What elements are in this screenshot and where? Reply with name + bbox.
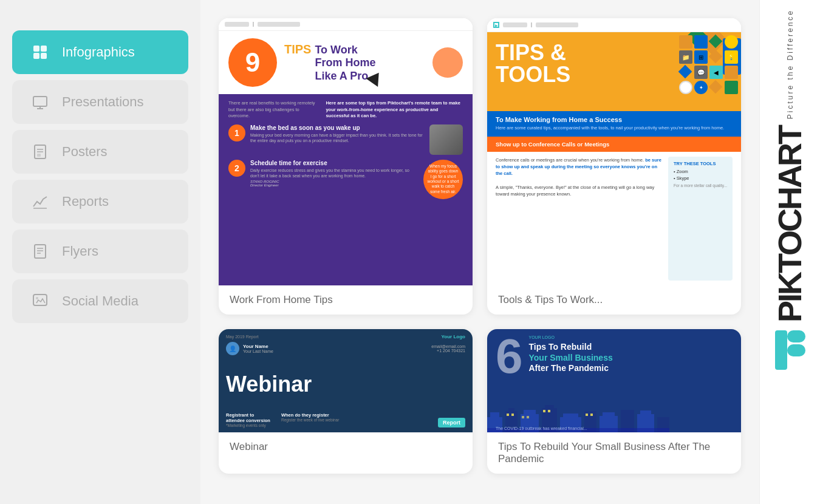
- svg-rect-38: [548, 410, 550, 412]
- brand-column: Picture the Difference PIKTOCHART: [759, 0, 820, 504]
- sidebar-reports-label: Reports: [62, 194, 109, 209]
- svg-rect-10: [37, 154, 41, 157]
- svg-rect-16: [33, 295, 47, 305]
- brand-tagline: Picture the Difference: [786, 9, 794, 119]
- sidebar-presentations-label: Presentations: [62, 94, 144, 110]
- main-content: 9 TIPS To WorkFrom HomeLike A Pro: [200, 0, 759, 504]
- svg-rect-46: [787, 344, 805, 356]
- sidebar-item-infographics[interactable]: Infographics: [12, 30, 188, 74]
- rebuild-label: Tips To Rebuild Your Small Business Afte…: [498, 441, 710, 465]
- sidebar-item-presentations[interactable]: Presentations: [12, 80, 188, 124]
- flyers-icon: [29, 240, 51, 262]
- wfh-preview-area: 9 TIPS To WorkFrom HomeLike A Pro: [219, 18, 473, 285]
- reports-icon: [29, 191, 51, 213]
- sidebar-flyers-label: Flyers: [62, 243, 98, 259]
- presentations-icon: [29, 91, 51, 113]
- templates-grid: 9 TIPS To WorkFrom HomeLike A Pro: [219, 18, 741, 474]
- sidebar: Infographics Presentations Posters: [0, 0, 200, 504]
- svg-rect-42: [590, 414, 593, 416]
- brand-logo-text: PIKTOCHART: [775, 126, 805, 322]
- social-media-icon: [29, 290, 51, 312]
- webinar-label: Webinar: [230, 441, 268, 452]
- tools-preview-area: ▶: [487, 18, 741, 285]
- sidebar-posters-label: Posters: [62, 144, 108, 160]
- svg-rect-0: [33, 46, 39, 52]
- wfh-label: Work From Home Tips: [230, 294, 333, 305]
- svg-rect-44: [775, 330, 787, 370]
- webinar-preview-area: May 2019 Report Your Logo 👤 Your Name Yo…: [219, 329, 473, 432]
- tools-label: Tools & Tips To Work...: [498, 294, 603, 305]
- svg-rect-35: [507, 414, 509, 416]
- sidebar-infographics-label: Infographics: [62, 44, 135, 60]
- sidebar-social-media-label: Social Media: [62, 293, 138, 309]
- sidebar-item-reports[interactable]: Reports: [12, 180, 188, 223]
- svg-rect-41: [586, 414, 588, 416]
- svg-rect-2: [33, 53, 39, 59]
- svg-rect-1: [41, 46, 47, 52]
- rebuild-card-title: Tips To Rebuild Your Small Business Afte…: [487, 432, 741, 474]
- svg-rect-40: [527, 416, 529, 418]
- svg-rect-19: [490, 412, 499, 417]
- infographics-icon: [29, 41, 51, 63]
- sidebar-item-flyers[interactable]: Flyers: [12, 230, 188, 273]
- wfh-card-title: Work From Home Tips: [219, 285, 473, 315]
- svg-rect-37: [543, 410, 545, 412]
- tools-card-title: Tools & Tips To Work...: [487, 285, 741, 315]
- svg-rect-12: [35, 245, 46, 258]
- brand-logo-icon: [772, 327, 808, 375]
- webinar-card-title: Webinar: [219, 432, 473, 461]
- svg-rect-30: [603, 412, 615, 416]
- template-card-webinar[interactable]: May 2019 Report Your Logo 👤 Your Name Yo…: [219, 329, 473, 474]
- sidebar-item-posters[interactable]: Posters: [12, 130, 188, 174]
- svg-rect-3: [41, 53, 47, 59]
- template-card-tools[interactable]: ▶: [487, 18, 741, 315]
- template-card-rebuild[interactable]: 6 YOUR LOGO Tips To Rebuild Your Small B…: [487, 329, 741, 474]
- rebuild-preview-area: 6 YOUR LOGO Tips To Rebuild Your Small B…: [487, 329, 741, 432]
- svg-rect-21: [508, 408, 514, 411]
- svg-rect-23: [524, 410, 536, 414]
- svg-rect-4: [33, 97, 47, 106]
- svg-rect-45: [787, 330, 805, 342]
- posters-icon: [29, 141, 51, 163]
- svg-rect-39: [522, 416, 524, 418]
- svg-rect-33: [640, 410, 651, 414]
- svg-rect-36: [511, 414, 514, 416]
- svg-rect-25: [545, 405, 554, 408]
- svg-rect-27: [563, 414, 578, 417]
- template-card-wfh[interactable]: 9 TIPS To WorkFrom HomeLike A Pro: [219, 18, 473, 315]
- sidebar-item-social-media[interactable]: Social Media: [12, 279, 188, 323]
- svg-point-17: [36, 297, 38, 299]
